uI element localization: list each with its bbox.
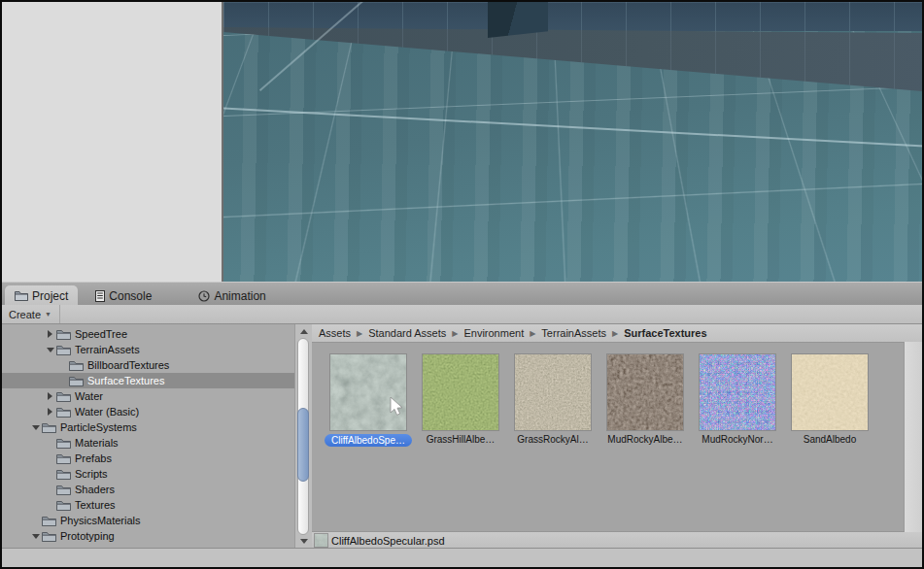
chevron-down-icon: ▼ [45, 311, 51, 318]
tree-item-label: PhysicsMaterials [60, 515, 141, 526]
asset-grass-hill[interactable]: GrassHillAlbe… [423, 354, 498, 445]
expand-arrow-icon[interactable] [48, 392, 52, 400]
asset-label: GrassHillAlbe… [427, 434, 496, 445]
asset-thumbnail-sand [792, 354, 868, 430]
scene-view[interactable] [223, 2, 922, 282]
collapse-arrow-icon[interactable] [32, 534, 40, 539]
tab-label: Console [109, 289, 152, 303]
expand-arrow-icon[interactable] [48, 330, 52, 338]
tree-item-particlesystems[interactable]: ParticleSystems [2, 419, 294, 435]
asset-label: MudRockyAlbe… [607, 434, 682, 445]
create-button[interactable]: Create ▼ [2, 305, 60, 323]
tree-item-prototyping[interactable]: Prototyping [2, 528, 294, 544]
asset-mud-rocky[interactable]: MudRockyAlbe… [607, 354, 683, 445]
asset-grass-rocky[interactable]: GrassRockyAl… [515, 354, 591, 445]
scrollbar-down-button[interactable] [295, 535, 312, 548]
tree-item-label: Prefabs [75, 452, 112, 464]
folder-icon [42, 422, 56, 433]
breadcrumb-item-environment[interactable]: Environment [463, 327, 524, 339]
asset-normal-map[interactable]: MudRockyNor… [700, 354, 775, 445]
expand-arrow-icon[interactable] [48, 408, 52, 416]
tree-scrollbar[interactable] [294, 324, 312, 549]
tree-item-label: SurfaceTextures [87, 375, 164, 386]
tree-item-label: Shaders [75, 484, 115, 495]
collapse-arrow-icon[interactable] [47, 348, 54, 352]
folder-icon [69, 360, 84, 371]
breadcrumb: Assets▶Standard Assets▶Environment▶Terra… [312, 324, 922, 343]
scrollbar-up-button[interactable] [295, 325, 312, 338]
folder-icon [56, 485, 71, 495]
scrollbar-thumb[interactable] [297, 408, 309, 482]
tab-animation[interactable]: Animation [188, 285, 275, 306]
breadcrumb-item-terrainassets[interactable]: TerrainAssets [541, 327, 606, 339]
asset-thumbnail-cliff [330, 354, 406, 430]
top-section [2, 2, 922, 282]
tree-item-surfacetextures[interactable]: SurfaceTextures [2, 373, 294, 388]
tree-item-label: BillboardTextures [87, 359, 169, 371]
folder-icon [56, 438, 71, 449]
asset-thumbnail-grass-rocky [515, 354, 591, 430]
tree-item-materials[interactable]: Materials [2, 435, 294, 451]
folder-icon [69, 376, 84, 386]
tree-item-physicsmaterials[interactable]: PhysicsMaterials [2, 513, 294, 528]
breadcrumb-separator-icon: ▶ [530, 329, 535, 338]
tab-label: Animation [214, 289, 265, 303]
tree-item-prefabs[interactable]: Prefabs [2, 451, 294, 466]
asset-thumbnail-mud-rocky [607, 354, 683, 430]
asset-thumbnail-grass-hill [423, 354, 498, 430]
asset-panel: Assets▶Standard Assets▶Environment▶Terra… [312, 324, 922, 549]
folder-tab-icon [15, 290, 28, 301]
collapse-arrow-icon[interactable] [32, 425, 40, 430]
create-button-label: Create [9, 309, 41, 320]
project-browser: SpeedTreeTerrainAssetsBillboardTexturesS… [2, 324, 922, 549]
tree-item-speedtree[interactable]: SpeedTree [2, 326, 294, 342]
project-toolbar: Create ▼ [2, 305, 922, 324]
tree-item-label: Water [75, 390, 103, 402]
unity-editor-window: ProjectConsoleAnimation Create ▼ SpeedTr… [0, 0, 924, 569]
tab-project[interactable]: Project [5, 285, 78, 306]
tree-item-label: Prototyping [60, 530, 115, 542]
tree-item-water[interactable]: Water [2, 388, 294, 404]
arrow-down-icon [300, 539, 308, 544]
asset-thumbnail-normal-map [700, 354, 775, 430]
selected-asset-icon [315, 534, 327, 547]
tree-item-label: Scripts [75, 468, 108, 480]
folder-tree: SpeedTreeTerrainAssetsBillboardTexturesS… [2, 324, 294, 549]
breadcrumb-item-assets[interactable]: Assets [319, 327, 351, 339]
tree-item-scripts[interactable]: Scripts [2, 466, 294, 482]
terrain-platform-top [223, 2, 922, 31]
asset-label: MudRockyNor… [702, 434, 772, 445]
selected-asset-bar: CliffAlbedoSpecular.psd [312, 531, 922, 549]
editor-status-bar [2, 548, 922, 567]
tab-label: Project [32, 289, 68, 303]
asset-panel-scrollbar[interactable] [904, 342, 922, 532]
asset-cliff[interactable]: CliffAlbedoSpe… [330, 354, 406, 447]
folder-icon [56, 407, 71, 418]
folder-icon [56, 345, 71, 355]
tree-item-textures[interactable]: Textures [2, 497, 294, 513]
tree-item-label: ParticleSystems [60, 421, 137, 433]
asset-label: CliffAlbedoSpe… [325, 434, 412, 447]
tree-item-label: Water (Basic) [75, 406, 139, 418]
tree-item-terrainassets[interactable]: TerrainAssets [2, 342, 294, 357]
folder-icon [56, 453, 71, 464]
breadcrumb-separator-icon: ▶ [612, 329, 618, 338]
asset-label: SandAlbedo [804, 434, 857, 445]
console-icon [95, 290, 105, 302]
folder-icon [42, 531, 56, 542]
tab-console[interactable]: Console [86, 285, 161, 306]
asset-label: GrassRockyAl… [517, 434, 588, 445]
left-empty-panel [2, 2, 223, 282]
folder-icon [56, 391, 71, 402]
asset-sand[interactable]: SandAlbedo [792, 354, 868, 445]
breadcrumb-separator-icon: ▶ [357, 329, 362, 338]
tree-item-water-basic-[interactable]: Water (Basic) [2, 404, 294, 419]
folder-icon [56, 469, 71, 480]
breadcrumb-item-surfacetextures[interactable]: SurfaceTextures [624, 327, 706, 339]
asset-grid: CliffAlbedoSpe…GrassHillAlbe…GrassRockyA… [312, 343, 922, 531]
tree-item-billboardtextures[interactable]: BillboardTextures [2, 357, 294, 373]
breadcrumb-item-standard-assets[interactable]: Standard Assets [368, 327, 446, 339]
selected-asset-filename: CliffAlbedoSpecular.psd [331, 535, 445, 547]
tree-item-shaders[interactable]: Shaders [2, 482, 294, 497]
tab-bar: ProjectConsoleAnimation [2, 282, 922, 306]
